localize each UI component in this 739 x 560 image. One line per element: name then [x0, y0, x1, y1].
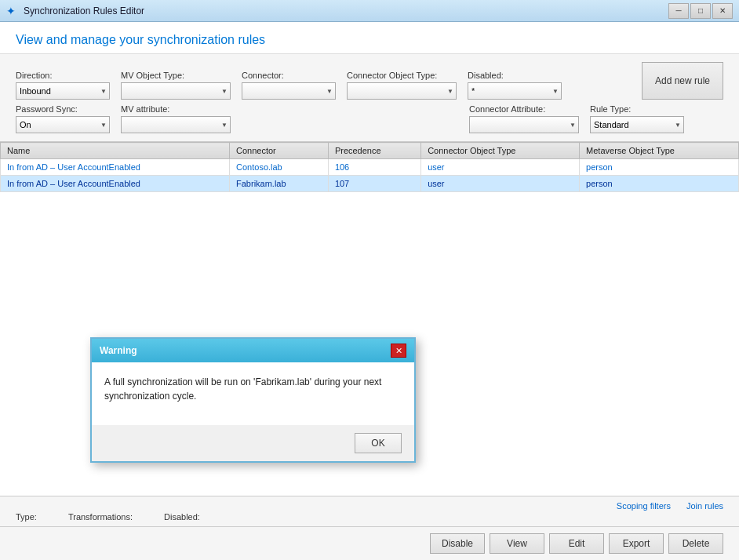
minimize-button[interactable]: ─	[668, 3, 689, 19]
password-sync-filter-group: Password Sync: On Off	[16, 104, 110, 133]
dialog-close-button[interactable]: ✕	[391, 344, 406, 358]
window-controls: ─ □ ✕	[668, 3, 733, 19]
direction-select-wrapper: Inbound Outbound	[16, 82, 110, 100]
mv-attribute-select-wrapper	[121, 116, 231, 133]
connector-select-wrapper	[242, 82, 336, 100]
cell-2: 107	[328, 176, 420, 192]
table-header-row: Name Connector Precedence Connector Obje…	[1, 143, 739, 159]
maximize-button[interactable]: □	[690, 3, 711, 19]
connector-attribute-filter-group: Connector Attribute:	[469, 104, 579, 133]
edit-button[interactable]: Edit	[549, 533, 604, 554]
col-header-connector-object-type: Connector Object Type	[421, 143, 580, 159]
dialog-title-text: Warning	[100, 345, 137, 356]
cell-1: Fabrikam.lab	[230, 176, 329, 192]
bottom-info-fields: Type: Transformations: Disabled:	[16, 512, 723, 522]
title-bar-left: ✦ Synchronization Rules Editor	[6, 5, 144, 17]
title-bar: ✦ Synchronization Rules Editor ─ □ ✕	[0, 0, 739, 22]
export-button[interactable]: Export	[609, 533, 664, 554]
scoping-filters-link[interactable]: Scoping filters	[617, 501, 671, 511]
close-window-button[interactable]: ✕	[712, 3, 733, 19]
page-header: View and manage your synchronization rul…	[0, 22, 739, 54]
rules-table: Name Connector Precedence Connector Obje…	[0, 142, 739, 192]
dialog-ok-button[interactable]: OK	[355, 433, 402, 453]
cell-3: user	[421, 176, 580, 192]
connector-label: Connector:	[242, 71, 336, 80]
filter-row-2: Password Sync: On Off MV attribute: Con	[16, 104, 723, 133]
disabled-info-label: Disabled:	[164, 512, 200, 522]
mv-attribute-filter-group: MV attribute:	[121, 104, 231, 133]
table-row[interactable]: In from AD – User AccountEnabledContoso.…	[1, 159, 739, 176]
connector-object-type-label: Connector Object Type:	[347, 71, 457, 80]
transformations-label: Transformations:	[68, 512, 133, 522]
app-icon: ✦	[6, 5, 19, 17]
dialog-title-bar: Warning ✕	[92, 339, 414, 362]
connector-filter-group: Connector:	[242, 71, 336, 100]
delete-button[interactable]: Delete	[668, 533, 723, 554]
connector-object-type-filter-group: Connector Object Type:	[347, 71, 457, 100]
mv-object-type-filter-group: MV Object Type:	[121, 71, 231, 100]
action-buttons: Disable View Edit Export Delete	[0, 526, 739, 560]
cell-1: Contoso.lab	[230, 159, 329, 176]
password-sync-label: Password Sync:	[16, 104, 110, 114]
rule-type-select-wrapper: Standard Sticky	[590, 116, 684, 133]
type-label: Type:	[16, 512, 37, 522]
direction-label: Direction:	[16, 71, 110, 80]
col-header-precedence: Precedence	[328, 143, 420, 159]
dialog-footer: OK	[92, 425, 414, 461]
warning-dialog: Warning ✕ A full synchronization will be…	[90, 337, 416, 463]
direction-filter-group: Direction: Inbound Outbound	[16, 71, 110, 100]
disabled-select-wrapper: * Yes No	[468, 82, 562, 100]
connector-select[interactable]	[242, 82, 336, 100]
disabled-label: Disabled:	[468, 71, 562, 80]
rule-type-select[interactable]: Standard Sticky	[590, 116, 684, 133]
connector-attribute-select[interactable]	[469, 116, 579, 133]
cell-3: user	[421, 159, 580, 176]
mv-attribute-label: MV attribute:	[121, 104, 231, 114]
view-button[interactable]: View	[490, 533, 544, 554]
cell-2: 106	[328, 159, 420, 176]
cell-0: In from AD – User AccountEnabled	[1, 176, 230, 192]
dialog-content: A full synchronization will be run on 'F…	[92, 362, 414, 425]
col-header-metaverse-object-type: Metaverse Object Type	[580, 143, 739, 159]
rule-type-label: Rule Type:	[590, 104, 684, 114]
table-row[interactable]: In from AD – User AccountEnabledFabrikam…	[1, 176, 739, 192]
connector-attribute-label: Connector Attribute:	[469, 104, 579, 114]
password-sync-select[interactable]: On Off	[16, 116, 110, 133]
password-sync-select-wrapper: On Off	[16, 116, 110, 133]
disable-button[interactable]: Disable	[430, 533, 485, 554]
disabled-select[interactable]: * Yes No	[468, 82, 562, 100]
direction-select[interactable]: Inbound Outbound	[16, 82, 110, 100]
connector-object-type-select-wrapper	[347, 82, 457, 100]
connector-attribute-select-wrapper	[469, 116, 579, 133]
col-header-name: Name	[1, 143, 230, 159]
disabled-filter-group: Disabled: * Yes No	[468, 71, 562, 100]
mv-object-type-select-wrapper	[121, 82, 231, 100]
mv-object-type-select[interactable]	[121, 82, 231, 100]
cell-4: person	[580, 159, 739, 176]
dialog-message: A full synchronization will be run on 'F…	[104, 375, 402, 403]
rule-type-filter-group: Rule Type: Standard Sticky	[590, 104, 684, 133]
cell-0: In from AD – User AccountEnabled	[1, 159, 230, 176]
page-title: View and manage your synchronization rul…	[16, 33, 723, 47]
filter-row-1: Direction: Inbound Outbound MV Object Ty…	[16, 62, 723, 100]
main-window: View and manage your synchronization rul…	[0, 22, 739, 560]
col-header-connector: Connector	[230, 143, 329, 159]
connector-object-type-select[interactable]	[347, 82, 457, 100]
join-rules-link[interactable]: Join rules	[686, 501, 723, 511]
mv-object-type-label: MV Object Type:	[121, 71, 231, 80]
cell-4: person	[580, 176, 739, 192]
bottom-info: Scoping filters Join rules Type: Transfo…	[0, 496, 739, 526]
mv-attribute-select[interactable]	[121, 116, 231, 133]
bottom-links: Scoping filters Join rules	[16, 501, 723, 511]
window-title: Synchronization Rules Editor	[24, 5, 144, 16]
add-new-rule-button[interactable]: Add new rule	[642, 62, 723, 100]
filter-area: Direction: Inbound Outbound MV Object Ty…	[0, 54, 739, 142]
